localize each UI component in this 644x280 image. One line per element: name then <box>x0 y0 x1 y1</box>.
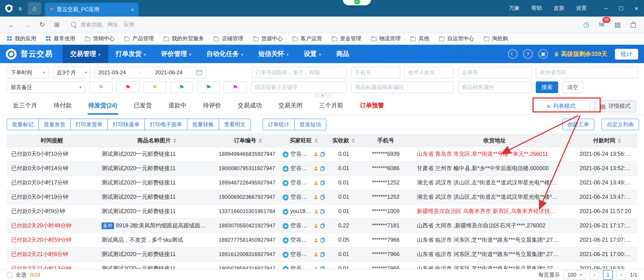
search-button[interactable]: 搜索 <box>536 82 558 93</box>
table-row[interactable]: 已付款2天20小时59分钟 测试商品，不发货，多个sku测试 189277758… <box>7 233 637 247</box>
phone-input[interactable] <box>351 67 400 78</box>
refresh-button[interactable]: ↻ <box>39 21 45 29</box>
flag-button-green[interactable]: ⚑ <box>170 82 193 93</box>
close-button[interactable]: × <box>629 5 644 12</box>
forward-button[interactable]: → <box>24 21 30 29</box>
contact-icon[interactable] <box>314 166 318 171</box>
capture-button[interactable]: ⊞ <box>54 21 60 29</box>
receiver-name-input[interactable] <box>404 67 454 78</box>
custom-list-button[interactable]: 自定义列表 <box>602 119 639 130</box>
order-tab[interactable]: 已发货 <box>133 102 153 115</box>
vip-badge[interactable]: ♛高级版剩余359天 <box>554 50 607 58</box>
order-tab[interactable]: 待评价 <box>202 102 222 115</box>
table-row[interactable]: 已付款0天0小时17分钟 测试测试2020一元邮费链接11 1899487226… <box>7 176 637 190</box>
order-tab[interactable]: 订单预警 <box>359 102 385 115</box>
bookmark-item[interactable]: 货源中心 <box>253 35 283 43</box>
mail-icon[interactable]: ✉99 <box>599 21 604 29</box>
table-row[interactable]: 已付款0天0小时19分钟 测试测试2020一元邮费链接11 1900069023… <box>7 190 637 205</box>
nav-menu-item[interactable]: 自动化任务 ▾ <box>199 45 251 63</box>
contact-icon[interactable] <box>314 223 318 228</box>
bookmark-item[interactable]: 自运营中心 <box>439 35 474 43</box>
order-tab[interactable]: 待发货(24) <box>88 102 118 115</box>
product-title-input[interactable] <box>351 82 454 93</box>
table-row[interactable]: 已付款2天20小时49分钟 多件8918-2欧美风简约细跟超高跟绒面… 1893… <box>7 219 637 233</box>
bookmark-item[interactable]: 其他 <box>410 35 429 43</box>
nav-menu-item[interactable]: 交易管理 ▾ <box>62 45 108 63</box>
copy-icon[interactable] <box>320 223 325 228</box>
order-tab[interactable]: 近三个月 <box>12 102 38 115</box>
create-ticket-button[interactable]: 创建工单 <box>562 119 594 130</box>
bookmark-item[interactable]: 资金管理 <box>332 35 361 43</box>
table-header-cell[interactable]: 实收款 <box>328 134 359 147</box>
bookmark-item[interactable]: 物流管理 <box>371 35 401 43</box>
help-icon[interactable]: ? <box>523 49 533 59</box>
table-header-cell[interactable]: 付款时间 <box>577 134 637 147</box>
action-button[interactable]: 群发短信 <box>294 119 326 130</box>
action-button[interactable]: 订单统计 <box>262 119 295 130</box>
titlebar-menu-item[interactable]: 帮助 <box>531 5 542 12</box>
table-header-cell[interactable]: 订单编号 <box>217 134 279 147</box>
order-tab[interactable]: 三个月前 <box>318 102 344 115</box>
nav-menu-item[interactable]: 商品 <box>328 45 357 63</box>
tracking-no-input[interactable] <box>458 67 532 78</box>
flag-button-yellow[interactable]: ⚑ <box>143 82 166 93</box>
night-mode-icon[interactable]: ☾ <box>508 49 518 59</box>
copy-icon[interactable] <box>320 180 325 185</box>
region-input[interactable] <box>536 67 638 78</box>
order-tab[interactable]: 交易成功 <box>237 102 263 115</box>
contact-icon[interactable] <box>314 238 318 243</box>
table-header-cell[interactable]: 商品名称图片 <box>97 134 217 147</box>
copy-icon[interactable] <box>320 209 325 214</box>
action-button[interactable]: 查看明文 <box>219 119 251 130</box>
table-header-cell[interactable]: 买家旺旺 <box>279 134 328 147</box>
reader-icon[interactable]: ▤ <box>614 21 621 29</box>
copy-icon[interactable] <box>320 152 325 157</box>
memo-keyword-input[interactable] <box>251 82 347 93</box>
bookmark-item[interactable]: 客户运营 <box>292 35 322 43</box>
nav-menu-item[interactable]: 设置 ▾ <box>296 45 328 63</box>
action-button[interactable]: 打印电子面单 <box>144 119 188 130</box>
bookmark-item[interactable]: 产品管理 <box>124 35 154 43</box>
tab-close-icon[interactable]: × <box>131 6 134 13</box>
table-row[interactable]: 已付款0天2小时9分钟 测试测试2020一元邮费链接11 13371660153… <box>7 205 637 219</box>
contact-icon[interactable] <box>314 209 318 214</box>
flag-button-blue[interactable]: ⚑ <box>197 82 220 93</box>
date-range-input[interactable]: 2021-03-24 - 2021-06-24 <box>94 67 206 78</box>
copy-icon[interactable] <box>320 238 325 243</box>
contact-icon[interactable] <box>314 180 318 185</box>
contact-icon[interactable] <box>314 252 318 257</box>
bookmark-item[interactable]: 最常使用 <box>46 35 75 43</box>
copy-icon[interactable] <box>320 195 325 200</box>
date-to-value[interactable]: 2021-06-24 <box>155 69 183 76</box>
bookmark-item[interactable]: 我的外贸服务 <box>164 35 204 43</box>
apps-grid-nav-icon[interactable]: ▣ <box>538 49 548 59</box>
bag-icon[interactable] <box>630 22 636 28</box>
copy-icon[interactable] <box>320 166 325 171</box>
flag-button-gray[interactable]: ⚑ <box>90 82 113 93</box>
titlebar-menu-item[interactable]: 万象 <box>509 5 520 12</box>
clear-button[interactable]: 清空 <box>562 82 583 93</box>
range-select[interactable]: 近3个月▾ <box>53 67 91 78</box>
home-button[interactable]: ⌂ <box>28 2 41 15</box>
history-icon[interactable]: ◷ <box>583 21 589 29</box>
action-button[interactable]: 批量标记 <box>7 119 39 130</box>
titlebar-menu-item[interactable]: 设置 <box>576 5 587 12</box>
table-row[interactable]: 已付款0天0小时10分钟 测试测试2020一元邮费链接11 1899499466… <box>7 147 637 162</box>
flag-button-magenta[interactable]: ⚑ <box>224 82 247 93</box>
order-tab[interactable]: 退款中 <box>168 102 188 115</box>
maximize-button[interactable]: ☐ <box>614 5 629 12</box>
bookmark-item[interactable]: 我的应用 <box>7 35 36 43</box>
stats-button[interactable]: 统计 <box>615 49 638 59</box>
next-page-button[interactable]: › <box>616 270 626 280</box>
action-button[interactable]: 批量发货 <box>38 119 71 130</box>
minimize-button[interactable]: ─ <box>598 5 614 12</box>
browser-tab[interactable]: ⚑ 普云交易_PC应用 × <box>45 3 139 17</box>
prev-page-button[interactable]: ‹ <box>590 270 600 280</box>
order-time-select[interactable]: 下单时间▾ <box>7 67 49 78</box>
bookmark-item[interactable]: 淘抢购 <box>484 35 508 43</box>
order-tab[interactable]: 待付款 <box>53 102 73 115</box>
back-button[interactable]: ← <box>8 21 15 29</box>
order-no-input[interactable] <box>251 67 347 78</box>
action-button[interactable]: 批量转账 <box>187 119 219 130</box>
nav-menu-item[interactable]: 短信关怀 ▾ <box>251 45 296 63</box>
